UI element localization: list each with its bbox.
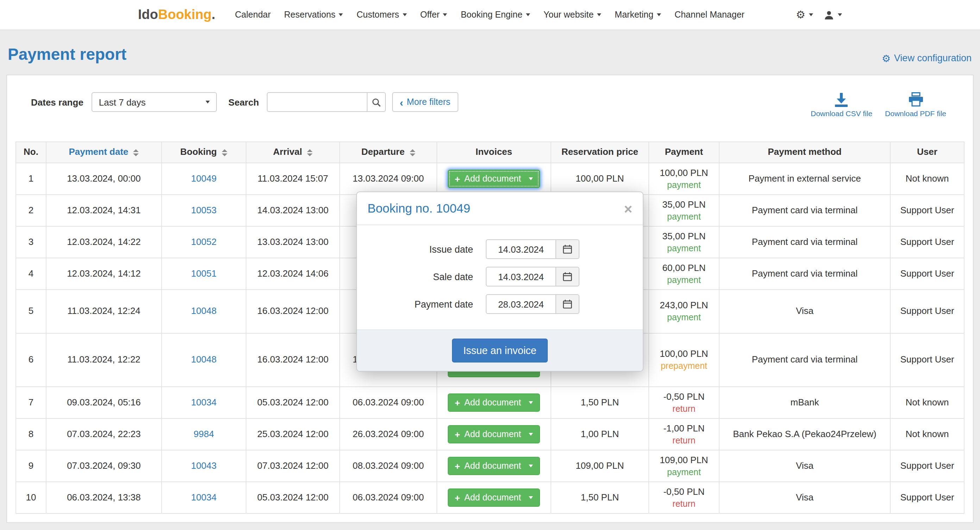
nav-item-customers[interactable]: Customers <box>356 10 407 20</box>
reservation-price-cell: 100,00 PLN <box>551 163 649 195</box>
issue-date-input[interactable] <box>486 239 556 259</box>
column-header-payment: Payment <box>649 142 719 163</box>
payment-cell: 100,00 PLNprepayment <box>649 334 719 387</box>
payment-date-input[interactable] <box>486 294 556 314</box>
nav-menu: CalendarReservationsCustomersOfferBookin… <box>235 10 745 20</box>
plus-icon: + <box>455 430 460 439</box>
page-title: Payment report <box>8 46 126 64</box>
modal-field-sale-date: Sale date <box>368 267 632 286</box>
booking-link[interactable]: 10051 <box>191 268 216 279</box>
chevron-down-icon <box>339 13 343 16</box>
sort-icon[interactable] <box>134 149 139 156</box>
booking-link[interactable]: 10034 <box>191 492 216 503</box>
user-cell: Support User <box>890 290 964 334</box>
payment-date-cell: 06.03.2024, 13:38 <box>46 482 162 514</box>
booking-link[interactable]: 10034 <box>191 397 216 407</box>
nav-item-offer[interactable]: Offer <box>420 10 447 20</box>
invoices-cell: +Add document <box>437 482 551 514</box>
booking-cell: 10034 <box>162 482 246 514</box>
more-filters-label: More filters <box>407 97 450 107</box>
add-document-button[interactable]: +Add document <box>448 170 540 188</box>
booking-link[interactable]: 10048 <box>191 306 216 317</box>
search-input[interactable] <box>267 92 367 112</box>
payment-date-cell: 12.03.2024, 14:12 <box>46 258 162 290</box>
download-csv-link[interactable]: Download CSV file <box>811 92 872 118</box>
calendar-icon <box>563 272 573 282</box>
user-cell: Not known <box>890 163 964 195</box>
close-icon[interactable]: × <box>624 202 632 216</box>
table-header-row: No.Payment dateBookingArrivalDepartureIn… <box>16 142 964 163</box>
nav-item-channel-manager[interactable]: Channel Manager <box>675 10 745 20</box>
dates-range-select[interactable]: Last 7 days <box>92 92 217 112</box>
add-document-label: Add document <box>464 460 521 472</box>
nav-item-your-website[interactable]: Your website <box>544 10 601 20</box>
departure-cell: 08.03.2024 09:00 <box>340 450 437 482</box>
logo-text-ido: Ido <box>138 7 158 22</box>
sale-date-input[interactable] <box>486 267 556 286</box>
search-button[interactable] <box>367 92 386 112</box>
payment-date-cell: 13.03.2024, 00:00 <box>46 163 162 195</box>
nav-item-label: Calendar <box>235 10 271 20</box>
arrival-cell: 16.03.2024 12:00 <box>246 290 340 334</box>
calendar-button[interactable] <box>556 294 579 314</box>
column-header-invoices: Invoices <box>437 142 551 163</box>
more-filters-button[interactable]: ‹ More filters <box>392 92 458 112</box>
nav-item-booking-engine[interactable]: Booking Engine <box>461 10 530 20</box>
payment-cell: -0,50 PLNreturn <box>649 482 719 514</box>
nav-item-marketing[interactable]: Marketing <box>615 10 661 20</box>
row-number-cell: 6 <box>16 334 46 387</box>
add-document-button[interactable]: +Add document <box>448 425 540 443</box>
column-header-arrival[interactable]: Arrival <box>246 142 340 163</box>
issue-invoice-button[interactable]: Issue an invoice <box>452 339 548 363</box>
payment-amount: 109,00 PLN <box>653 454 714 466</box>
add-document-button[interactable]: +Add document <box>448 393 540 412</box>
chevron-down-icon <box>529 497 533 500</box>
sort-icon[interactable] <box>222 149 228 156</box>
sort-icon[interactable] <box>409 149 415 156</box>
nav-item-label: Your website <box>544 10 593 20</box>
nav-icons: ⚙ <box>796 10 842 20</box>
calendar-button[interactable] <box>556 239 579 259</box>
booking-link[interactable]: 10043 <box>191 460 216 471</box>
page-header: Payment report ⚙ View configuration <box>0 30 980 75</box>
column-header-reservation-price: Reservation price <box>551 142 649 163</box>
booking-cell: 10052 <box>162 227 246 258</box>
sort-icon[interactable] <box>307 149 313 156</box>
add-document-button[interactable]: +Add document <box>448 457 540 475</box>
app-logo[interactable]: IdoBooking. <box>138 7 215 22</box>
booking-link[interactable]: 10053 <box>191 205 216 215</box>
chevron-down-icon <box>529 401 533 404</box>
user-cell: Support User <box>890 195 964 227</box>
booking-link[interactable]: 9984 <box>194 429 214 439</box>
booking-link[interactable]: 10049 <box>191 173 216 184</box>
user-cell: Support User <box>890 334 964 387</box>
booking-link[interactable]: 10048 <box>191 354 216 365</box>
row-number-cell: 7 <box>16 387 46 419</box>
calendar-button[interactable] <box>556 267 579 286</box>
user-icon <box>824 10 834 20</box>
chevron-down-icon <box>526 13 530 16</box>
user-cell: Support User <box>890 450 964 482</box>
download-pdf-link[interactable]: Download PDF file <box>885 92 946 118</box>
invoices-cell: +Add document <box>437 450 551 482</box>
nav-item-calendar[interactable]: Calendar <box>235 10 271 20</box>
add-document-button[interactable]: +Add document <box>448 489 540 507</box>
chevron-left-icon: ‹ <box>400 97 403 108</box>
view-configuration-link[interactable]: ⚙ View configuration <box>882 53 972 64</box>
booking-cell: 10049 <box>162 163 246 195</box>
arrival-cell: 12.03.2024 14:06 <box>246 258 340 290</box>
logo-text-booking: Booking <box>158 7 212 22</box>
column-header-payment-date[interactable]: Payment date <box>46 142 162 163</box>
column-header-booking[interactable]: Booking <box>162 142 246 163</box>
column-header-departure[interactable]: Departure <box>340 142 437 163</box>
user-menu[interactable] <box>824 10 842 20</box>
reservation-price-cell: 1,50 PLN <box>551 482 649 514</box>
gear-icon: ⚙ <box>882 54 891 63</box>
booking-link[interactable]: 10052 <box>191 237 216 247</box>
nav-item-reservations[interactable]: Reservations <box>284 10 343 20</box>
settings-menu[interactable]: ⚙ <box>796 10 813 20</box>
plus-icon: + <box>455 462 460 471</box>
payment-method-cell: Visa <box>719 482 890 514</box>
payment-type: return <box>653 498 714 509</box>
add-document-label: Add document <box>464 172 521 185</box>
